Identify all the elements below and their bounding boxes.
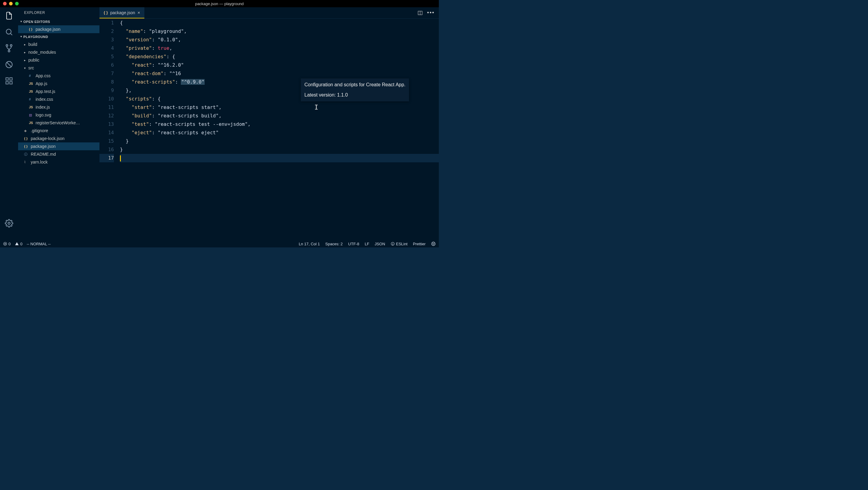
tree-file[interactable]: JSindex.js xyxy=(18,103,99,111)
status-vim-mode: -- NORMAL -- xyxy=(27,242,51,246)
svg-point-0 xyxy=(6,29,11,34)
split-editor-icon[interactable] xyxy=(417,10,423,16)
tooltip-description: Configuration and scripts for Create Rea… xyxy=(304,80,405,90)
chevron-down-icon: ▾ xyxy=(24,66,28,70)
close-icon[interactable]: × xyxy=(137,10,140,15)
svg-line-1 xyxy=(10,33,12,35)
svg-rect-10 xyxy=(10,82,12,84)
eslint-label: ESLint xyxy=(396,242,407,246)
open-editors-header[interactable]: ▾ OPEN EDITORS xyxy=(18,18,99,25)
tree-folder[interactable]: ▸public xyxy=(18,56,99,64)
tree-file[interactable]: JSApp.test.js xyxy=(18,87,99,95)
titlebar: package.json — playground xyxy=(0,0,439,7)
tree-item-label: index.js xyxy=(36,105,50,110)
status-encoding[interactable]: UTF-8 xyxy=(348,241,359,246)
tree-folder[interactable]: ▸build xyxy=(18,40,99,48)
chevron-right-icon: ▸ xyxy=(24,59,28,62)
info-file-icon: ⓘ xyxy=(24,152,31,156)
project-header[interactable]: ▾ PLAYGROUND xyxy=(18,33,99,40)
tree-item-label: logo.svg xyxy=(36,113,51,117)
svg-point-2 xyxy=(6,45,8,47)
status-errors[interactable]: 0 xyxy=(3,242,10,246)
status-eslint[interactable]: ESLint xyxy=(391,241,407,246)
tab-bar: { } package.json × ••• xyxy=(99,7,439,19)
hash-file-icon: # xyxy=(29,97,36,101)
svg-rect-8 xyxy=(10,78,12,80)
source-control-icon[interactable] xyxy=(4,44,14,53)
status-warnings[interactable]: 0 xyxy=(15,242,22,246)
status-cursor-position[interactable]: Ln 17, Col 1 xyxy=(299,241,320,246)
json-file-icon: { } xyxy=(24,145,31,148)
hash-file-icon: # xyxy=(29,74,36,78)
editor-area: { } package.json × ••• 12345678910111213… xyxy=(99,7,439,240)
debug-icon[interactable] xyxy=(4,60,14,69)
error-count: 0 xyxy=(8,242,10,246)
line-gutter: 1234567891011121314151617 xyxy=(99,19,120,240)
tab-package-json[interactable]: { } package.json × xyxy=(99,7,144,19)
tree-folder[interactable]: ▾src xyxy=(18,64,99,72)
hover-tooltip: Configuration and scripts for Create Rea… xyxy=(301,79,409,102)
js-file-icon: JS xyxy=(29,105,36,109)
lock-file-icon: ⌇ xyxy=(24,160,31,164)
maximize-window-button[interactable] xyxy=(15,2,19,5)
activity-bar xyxy=(0,7,18,240)
status-language[interactable]: JSON xyxy=(375,241,385,246)
sidebar: EXPLORER ▾ OPEN EDITORS { } package.json… xyxy=(18,7,99,240)
svg-rect-9 xyxy=(6,82,8,84)
more-actions-icon[interactable]: ••• xyxy=(427,10,435,16)
tree-item-label: registerServiceWorke… xyxy=(36,120,80,125)
open-editors-list: { } package.json xyxy=(18,25,99,33)
extensions-icon[interactable] xyxy=(4,76,14,86)
json-file-icon: { } xyxy=(24,137,31,140)
json-file-icon: { } xyxy=(29,27,36,31)
tree-item-label: README.md xyxy=(31,152,56,156)
git-file-icon: ◆ xyxy=(24,129,31,133)
status-indentation[interactable]: Spaces: 2 xyxy=(325,241,343,246)
tree-folder[interactable]: ▸node_modules xyxy=(18,48,99,56)
tree-item-label: src xyxy=(28,65,34,70)
close-window-button[interactable] xyxy=(3,2,7,5)
search-icon[interactable] xyxy=(4,27,14,37)
status-feedback-icon[interactable] xyxy=(431,241,436,246)
tree-item-label: package.json xyxy=(31,144,56,149)
tree-file[interactable]: #index.css xyxy=(18,95,99,103)
tree-item-label: yarn.lock xyxy=(31,160,48,165)
code-content[interactable]: { "name": "playground", "version": "0.1.… xyxy=(120,19,439,240)
tree-item-label: public xyxy=(28,58,39,62)
minimize-window-button[interactable] xyxy=(9,2,13,5)
tree-file[interactable]: { }package.json xyxy=(18,142,99,150)
explorer-icon[interactable] xyxy=(4,11,14,21)
tree-file[interactable]: ⓘREADME.md xyxy=(18,150,99,158)
status-prettier[interactable]: Prettier xyxy=(413,241,426,246)
tree-file[interactable]: JSApp.js xyxy=(18,80,99,87)
tree-file[interactable]: ⌇yarn.lock xyxy=(18,158,99,166)
tab-label: package.json xyxy=(110,10,135,15)
open-editors-label: OPEN EDITORS xyxy=(24,20,50,24)
svg-rect-7 xyxy=(6,78,8,80)
tree-item-label: node_modules xyxy=(28,50,56,55)
svg-point-4 xyxy=(8,50,10,52)
chevron-right-icon: ▸ xyxy=(24,43,28,46)
file-tree: ▸build▸node_modules▸public▾src#App.cssJS… xyxy=(18,40,99,166)
tree-file[interactable]: { }package-lock.json xyxy=(18,135,99,142)
window-title: package.json — playground xyxy=(195,1,244,6)
tree-file[interactable]: ▧logo.svg xyxy=(18,111,99,119)
open-editor-item[interactable]: { } package.json xyxy=(18,25,99,33)
tree-item-label: App.js xyxy=(36,81,47,86)
svg-line-6 xyxy=(7,62,11,67)
chevron-down-icon: ▾ xyxy=(21,20,22,23)
svg-point-22 xyxy=(434,243,434,243)
status-eol[interactable]: LF xyxy=(365,241,369,246)
warning-count: 0 xyxy=(20,242,22,246)
json-file-icon: { } xyxy=(104,10,108,15)
js-file-icon: JS xyxy=(29,82,36,85)
settings-gear-icon[interactable] xyxy=(4,219,14,228)
tree-file[interactable]: JSregisterServiceWorke… xyxy=(18,119,99,127)
tree-file[interactable]: ◆.gitignore xyxy=(18,127,99,135)
status-bar: 0 0 -- NORMAL -- Ln 17, Col 1 Spaces: 2 … xyxy=(0,240,439,248)
tree-file[interactable]: #App.css xyxy=(18,72,99,80)
svg-point-11 xyxy=(8,222,10,225)
svg-point-20 xyxy=(432,242,435,246)
code-editor[interactable]: 1234567891011121314151617 { "name": "pla… xyxy=(99,19,439,240)
tooltip-version: Latest version: 1.1.0 xyxy=(304,90,405,100)
